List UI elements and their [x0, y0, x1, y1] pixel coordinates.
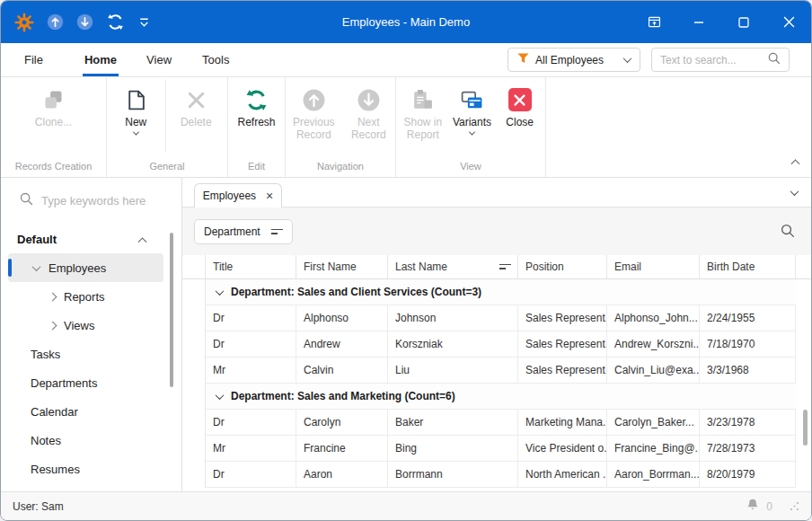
- group-row[interactable]: Department: Sales and Client Services (C…: [182, 279, 811, 305]
- sidebar-item-departments[interactable]: Departments: [1, 368, 181, 397]
- grid-cell-title[interactable]: Dr: [206, 462, 296, 488]
- grid-row[interactable]: DrAndrewKorszniakSales Represent...Andre…: [182, 331, 811, 358]
- grid-cell-email[interactable]: Alphonso_John...: [607, 305, 700, 331]
- sidebar-item-views[interactable]: Views: [1, 311, 181, 340]
- grid-vertical-scrollbar[interactable]: [803, 410, 808, 446]
- sidebar-scrollbar[interactable]: [170, 233, 173, 387]
- grid-cell-title[interactable]: Mr: [206, 358, 296, 384]
- grid-cell-position[interactable]: North American ...: [518, 462, 607, 488]
- ribbon-collapse-button[interactable]: [792, 152, 799, 168]
- grid-cell-email[interactable]: Andrew_Korszni...: [607, 331, 700, 358]
- search-icon[interactable]: [767, 51, 781, 68]
- grid-cell-birth-date[interactable]: 7/18/1970: [700, 331, 796, 358]
- ribbon-tab-tools[interactable]: Tools: [200, 43, 231, 76]
- grid-cell-last-name[interactable]: Borrmann: [388, 462, 518, 488]
- grid-cell-email[interactable]: Carolyn_Baker...: [607, 410, 700, 436]
- header-cell-last-name[interactable]: Last Name: [388, 255, 518, 278]
- grid-cell-email[interactable]: Calvin_Liu@exa...: [607, 358, 700, 384]
- grid-cell-first-name[interactable]: Andrew: [296, 331, 388, 358]
- grid-cell-position[interactable]: Vice President o...: [518, 436, 607, 462]
- sidebar-item-resumes[interactable]: Resumes: [1, 455, 181, 483]
- ribbon-search-input[interactable]: [660, 54, 767, 66]
- new-document-icon: [125, 87, 147, 112]
- grid-cell-birth-date[interactable]: 7/28/1973: [700, 436, 796, 462]
- grid-cell-last-name[interactable]: Bing: [388, 436, 518, 462]
- sidebar-item-tasks[interactable]: Tasks: [1, 340, 181, 368]
- resize-grip-icon[interactable]: [790, 502, 799, 511]
- grid-cell-position[interactable]: Sales Represent...: [518, 305, 607, 331]
- close-button[interactable]: [766, 1, 811, 43]
- grid-cell-last-name[interactable]: Baker: [388, 410, 518, 436]
- grid-cell-first-name[interactable]: Carolyn: [296, 410, 388, 436]
- maximize-button[interactable]: [721, 1, 766, 43]
- grid-cell-position[interactable]: Sales Represent...: [518, 331, 607, 358]
- group-row[interactable]: Department: Sales and Marketing (Count=6…: [182, 384, 811, 410]
- grid-cell-position[interactable]: Marketing Mana...: [518, 410, 607, 436]
- grid-row[interactable]: DrCarolynBakerMarketing Mana...Carolyn_B…: [182, 410, 811, 436]
- grid-cell-birth-date[interactable]: 2/24/1955: [700, 305, 796, 331]
- column-title: Title: [213, 260, 233, 273]
- grid-cell-first-name[interactable]: Aaron: [296, 462, 388, 488]
- bell-icon[interactable]: [746, 498, 760, 515]
- sidebar-section-default[interactable]: Default: [17, 229, 146, 249]
- gear-icon[interactable]: [14, 13, 34, 32]
- grid-row[interactable]: DrAaronBorrmannNorth American ...Aaron_B…: [182, 462, 811, 488]
- grid-cell-first-name[interactable]: Alphonso: [296, 305, 388, 331]
- qat-dropdown-icon[interactable]: [137, 15, 151, 29]
- minimize-button[interactable]: [676, 1, 721, 43]
- grid-cell-title[interactable]: Dr: [206, 331, 296, 358]
- header-cell-position[interactable]: Position: [518, 255, 607, 278]
- chevron-up-icon: [138, 237, 147, 246]
- employee-filter-combo[interactable]: All Employees: [508, 48, 640, 72]
- sidebar-item-label: Resumes: [31, 463, 80, 476]
- grid-cell-first-name[interactable]: Francine: [296, 436, 388, 462]
- grid-cell-last-name[interactable]: Johnson: [388, 305, 518, 331]
- ribbon-tab-view[interactable]: View: [145, 43, 173, 76]
- header-cell-first-name[interactable]: First Name: [296, 255, 388, 278]
- grid-search-icon[interactable]: [780, 223, 795, 242]
- header-cell-email[interactable]: Email: [607, 255, 700, 278]
- grid-cell-birth-date[interactable]: 3/3/1968: [700, 358, 796, 384]
- chevron-down-icon[interactable]: [216, 391, 225, 400]
- grid-cell-position[interactable]: Sales Represent...: [518, 358, 607, 384]
- sidebar-item-reports[interactable]: Reports: [1, 282, 181, 311]
- ribbon-group-general: New Delete General: [107, 77, 228, 177]
- grid-cell-birth-date[interactable]: 3/23/1978: [700, 410, 796, 436]
- row-indent: [182, 331, 206, 358]
- grid-cell-birth-date[interactable]: 8/20/1979: [700, 462, 796, 488]
- window-title: Employees - Main Demo: [342, 15, 470, 29]
- arrow-down-circle-icon: [357, 87, 381, 112]
- close-view-icon: [508, 87, 532, 112]
- sidebar-item-notes[interactable]: Notes: [1, 426, 181, 455]
- refresh-icon[interactable]: [106, 13, 125, 31]
- grid-cell-title[interactable]: Dr: [206, 410, 296, 436]
- grid-cell-title[interactable]: Mr: [206, 436, 296, 462]
- grid-cell-email[interactable]: Aaron_Borrman...: [607, 462, 700, 488]
- next-record-down-icon[interactable]: [76, 13, 93, 31]
- grid-cell-last-name[interactable]: Korszniak: [388, 331, 518, 358]
- ribbon-tab-file[interactable]: File: [22, 43, 45, 76]
- sidebar-search-input[interactable]: [41, 194, 181, 208]
- group-row-caption: Department: Sales and Client Services (C…: [206, 279, 796, 305]
- previous-record-up-icon[interactable]: [47, 13, 64, 31]
- grid-cell-title[interactable]: Dr: [206, 305, 296, 331]
- group-by-chip-department[interactable]: Department: [194, 219, 293, 244]
- grid-cell-email[interactable]: Francine_Bing@...: [607, 436, 700, 462]
- grid-row[interactable]: MrFrancineBingVice President o...Francin…: [182, 436, 811, 462]
- sidebar-item-employees[interactable]: Employees: [8, 253, 163, 282]
- grid-cell-first-name[interactable]: Calvin: [296, 358, 388, 384]
- tab-list-dropdown-icon[interactable]: [790, 187, 799, 196]
- chevron-down-icon[interactable]: [216, 287, 225, 296]
- document-tab-employees[interactable]: Employees ×: [194, 183, 282, 208]
- grid-row[interactable]: MrCalvinLiuSales Represent...Calvin_Liu@…: [182, 358, 811, 384]
- grid-cell-last-name[interactable]: Liu: [388, 358, 518, 384]
- sidebar-item-label: Reports: [64, 290, 105, 304]
- header-cell-birth-date[interactable]: Birth Date: [700, 255, 796, 278]
- header-cell-title[interactable]: Title: [206, 255, 296, 278]
- tab-close-icon[interactable]: ×: [266, 190, 273, 202]
- ribbon-tab-home[interactable]: Home: [83, 43, 119, 76]
- grid-row[interactable]: DrAlphonsoJohnsonSales Represent...Alpho…: [182, 305, 811, 331]
- status-user: User: Sam: [13, 500, 64, 513]
- sidebar-item-calendar[interactable]: Calendar: [1, 397, 181, 426]
- popup-window-button[interactable]: [631, 1, 676, 43]
